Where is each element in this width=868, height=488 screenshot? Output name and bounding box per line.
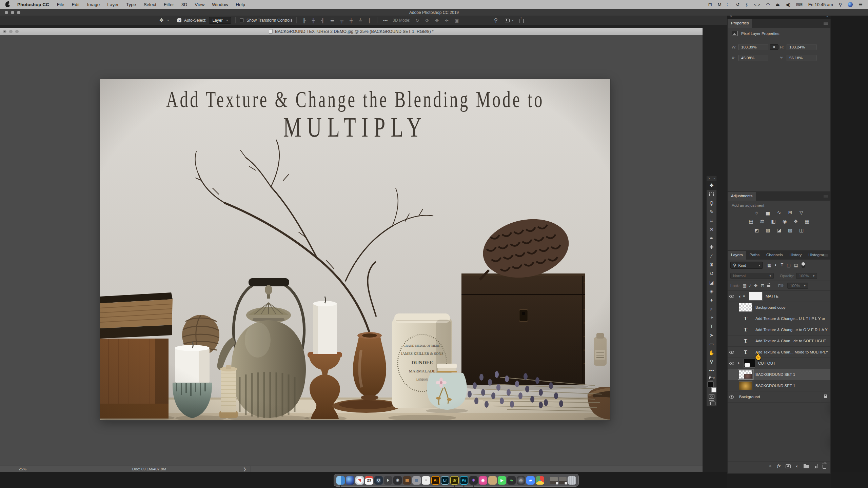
- eject-icon[interactable]: ⏏: [775, 2, 780, 7]
- filter-adjustment-layers-icon[interactable]: ◐: [775, 263, 777, 268]
- delete-layer-icon[interactable]: [823, 465, 826, 469]
- layer-name[interactable]: Add Texture & Chan... Mode to MULTIPLY: [755, 350, 828, 354]
- toolbar-collapse-icon[interactable]: »: [713, 177, 715, 180]
- new-layer-icon[interactable]: [814, 464, 817, 468]
- exposure-icon[interactable]: ⊞: [787, 210, 794, 215]
- zoom-window-icon[interactable]: [17, 11, 20, 14]
- 3d-orbit-icon[interactable]: ↻: [415, 18, 419, 23]
- pen-tool[interactable]: ✑: [707, 313, 716, 322]
- blend-mode-dropdown[interactable]: Normal▾: [730, 273, 774, 279]
- dock-siri[interactable]: [346, 476, 354, 485]
- dock-zoom-app[interactable]: ▰: [526, 476, 535, 485]
- search-icon[interactable]: ⚲: [494, 17, 498, 23]
- curves-icon[interactable]: ∿: [776, 210, 783, 215]
- layer-row[interactable]: BACKGROUND SET 1: [728, 380, 830, 391]
- share-icon[interactable]: [519, 19, 524, 23]
- new-group-icon[interactable]: [804, 465, 809, 468]
- background-color-swatch[interactable]: [711, 387, 716, 392]
- tab-history[interactable]: History: [786, 251, 805, 260]
- visibility-cell[interactable]: [728, 380, 736, 391]
- filter-pixel-layers-icon[interactable]: ▦: [767, 263, 771, 268]
- layer-row[interactable]: TAdd Texture & Chan... Mode to MULTIPLY: [728, 347, 830, 358]
- align-vertical-centers-icon[interactable]: ╪: [350, 18, 353, 23]
- visibility-cell[interactable]: [728, 358, 736, 369]
- layer-row[interactable]: ⚭CUT OUT: [728, 358, 830, 369]
- status-options-chevron[interactable]: ❯: [239, 466, 251, 472]
- menu-image[interactable]: Image: [83, 2, 104, 7]
- move-tool[interactable]: ✥: [707, 181, 716, 190]
- rectangle-tool[interactable]: ▭: [707, 340, 716, 348]
- visibility-cell[interactable]: [728, 336, 736, 346]
- layer-name[interactable]: MATTE: [766, 294, 778, 298]
- path-selection-tool[interactable]: ➤: [707, 331, 716, 340]
- zoom-level-field[interactable]: 25%: [0, 466, 59, 472]
- app-window-controls[interactable]: [5, 11, 20, 14]
- levels-icon[interactable]: ▅: [765, 210, 771, 215]
- menu-edit[interactable]: Edit: [68, 2, 83, 7]
- distribute-horizontal-icon[interactable]: ☰: [330, 18, 334, 23]
- selective-color-icon[interactable]: ◫: [798, 227, 805, 233]
- notification-center-icon[interactable]: ☰: [859, 2, 863, 7]
- color-balance-icon[interactable]: ⚖: [759, 219, 766, 224]
- posterize-icon[interactable]: ▨: [765, 227, 771, 233]
- volume-icon[interactable]: ◀): [786, 2, 790, 7]
- close-window-icon[interactable]: [5, 11, 8, 14]
- gradient-tool[interactable]: ◈: [707, 287, 716, 296]
- filter-shape-layers-icon[interactable]: ▢: [787, 263, 791, 268]
- lasso-tool[interactable]: Ϙ: [707, 199, 716, 207]
- keyboard-icon[interactable]: ⌨: [796, 2, 803, 7]
- eye-icon[interactable]: [729, 362, 734, 365]
- dock-activity-monitor[interactable]: ∿: [507, 476, 516, 485]
- menu-filter[interactable]: Filter: [160, 2, 178, 7]
- dev-tools-icon[interactable]: < >: [754, 2, 760, 7]
- dock-pages-app[interactable]: ≡: [422, 476, 430, 485]
- tab-layers[interactable]: Layers: [728, 251, 746, 260]
- menu-select[interactable]: Select: [140, 2, 160, 7]
- dock-notes-app[interactable]: ▤: [403, 476, 411, 485]
- foreground-color-swatch[interactable]: [708, 382, 713, 387]
- tab-adjustments[interactable]: Adjustments: [728, 192, 756, 201]
- align-horizontal-centers-icon[interactable]: ╫: [312, 18, 315, 23]
- hue-saturation-icon[interactable]: ▤: [748, 219, 754, 224]
- crop-tool[interactable]: ⌗: [707, 216, 716, 225]
- link-dimensions-icon[interactable]: ⚭: [770, 44, 778, 50]
- lock-all-icon[interactable]: [767, 285, 770, 287]
- dock-illustrator[interactable]: Ai: [431, 476, 440, 485]
- more-options-icon[interactable]: •••: [383, 18, 388, 23]
- layer-thumbnail[interactable]: [739, 381, 752, 390]
- layer-row[interactable]: BACKGROUND SET 1: [728, 369, 830, 380]
- history-brush-tool[interactable]: ↺: [707, 269, 716, 278]
- 3d-slide-icon[interactable]: ✛: [445, 18, 449, 23]
- screen-recording-icon[interactable]: ⊡: [708, 2, 712, 7]
- dock-photo-booth[interactable]: ◉: [479, 476, 487, 485]
- menu-3d[interactable]: 3D: [178, 2, 191, 7]
- photo-filter-icon[interactable]: ◉: [781, 219, 788, 224]
- dock-bridge[interactable]: Br: [450, 476, 459, 485]
- layer-row[interactable]: TAdd Texture & Change... U L T I P L Y o…: [728, 313, 830, 324]
- tool-preset-chevron-icon[interactable]: ▾: [167, 19, 169, 22]
- canvas-area[interactable]: GRAND MEDAL OF MERIT JAMES KEILLER & SON…: [0, 35, 703, 466]
- layer-name[interactable]: Background: [739, 395, 760, 399]
- eye-icon[interactable]: [729, 395, 734, 399]
- screen-mode-button[interactable]: [709, 400, 714, 404]
- fill-field[interactable]: 100%▾: [787, 283, 808, 289]
- visibility-cell[interactable]: [728, 391, 736, 402]
- doc-zoom-icon[interactable]: [15, 30, 19, 33]
- tab-paths[interactable]: Paths: [746, 251, 763, 260]
- visibility-cell[interactable]: [728, 347, 736, 358]
- layer-thumbnail[interactable]: [739, 370, 752, 379]
- siri-icon[interactable]: [848, 2, 853, 7]
- menu-layer[interactable]: Layer: [103, 2, 122, 7]
- dock-finder[interactable]: [336, 476, 345, 485]
- layer-filter-dropdown[interactable]: ⚲Kind▾: [730, 262, 763, 269]
- toolbar-close-icon[interactable]: ✕: [708, 177, 711, 180]
- dock-video-reel-app[interactable]: ✸: [469, 476, 478, 485]
- visibility-cell[interactable]: [728, 302, 736, 313]
- frame-tool[interactable]: ⊠: [707, 225, 716, 234]
- width-field[interactable]: 103.39%: [738, 44, 768, 50]
- layer-name[interactable]: Add Texture & Chang...e to O V E R L A Y: [755, 328, 828, 332]
- eyedropper-tool[interactable]: ✒: [707, 234, 716, 243]
- time-machine-icon[interactable]: ↺: [736, 2, 740, 7]
- menu-window[interactable]: Window: [208, 2, 232, 7]
- workspace-switcher[interactable]: ▾: [505, 19, 514, 22]
